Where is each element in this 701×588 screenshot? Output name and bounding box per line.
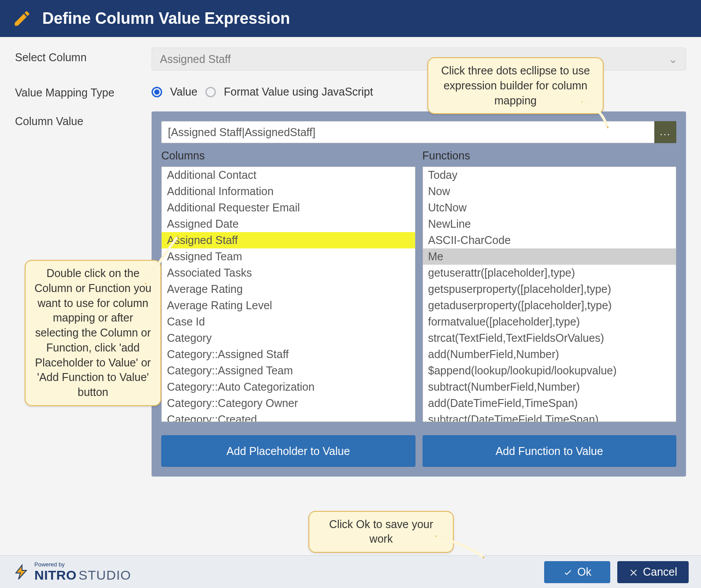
svg-marker-0	[16, 565, 26, 579]
list-item[interactable]: Category::Assigned Team	[162, 362, 415, 379]
select-column-dropdown[interactable]: Assigned Staff ⌄	[152, 48, 686, 70]
label-mapping-type: Value Mapping Type	[15, 83, 152, 99]
radio-value[interactable]	[152, 87, 162, 97]
list-item[interactable]: Associated Tasks	[162, 265, 415, 281]
callout-ok: Click Ok to save your work	[308, 511, 454, 553]
functions-listbox[interactable]: TodayNowUtcNowNewLineASCII-CharCodeMeget…	[423, 166, 677, 422]
list-item[interactable]: Today	[423, 167, 676, 183]
brand-studio: STUDIO	[78, 568, 131, 582]
list-item[interactable]: formatvalue([placeholder],type)	[423, 314, 676, 330]
pencil-icon	[11, 8, 33, 29]
list-item[interactable]: Assigned Staff	[162, 232, 415, 248]
columns-title: Columns	[161, 149, 415, 162]
powered-by-label: Powered by	[34, 561, 131, 568]
dialog-header: Define Column Value Expression	[0, 0, 701, 37]
ellipsis-button[interactable]: ...	[654, 121, 676, 143]
cancel-button[interactable]: Cancel	[617, 561, 689, 583]
expression-builder: [Assigned Staff|AssignedStaff] ... Colum…	[152, 111, 686, 477]
list-item[interactable]: Category::Auto Categorization	[162, 379, 415, 395]
ok-button[interactable]: Ok	[544, 561, 610, 583]
list-item[interactable]: Additional Requester Email	[162, 200, 415, 216]
list-item[interactable]: Category::Assigned Staff	[162, 346, 415, 362]
label-column-value: Column Value	[15, 111, 152, 128]
list-item[interactable]: add(NumberField,Number)	[423, 346, 676, 362]
radio-group-mapping: Value Format Value using JavaScript	[152, 83, 686, 98]
list-item[interactable]: getaduserproperty([placeholder],type)	[423, 297, 676, 314]
close-icon	[629, 567, 638, 577]
list-item[interactable]: Category::Created	[162, 411, 415, 422]
list-item[interactable]: Case Id	[162, 314, 415, 330]
check-icon	[563, 567, 573, 577]
add-placeholder-button[interactable]: Add Placeholder to Value	[161, 435, 415, 467]
list-item[interactable]: ASCII-CharCode	[423, 232, 676, 248]
dialog-footer: Powered by NITRO STUDIO Ok Cancel	[0, 555, 701, 588]
list-item[interactable]: Me	[423, 248, 676, 265]
list-item[interactable]: add(DateTimeField,TimeSpan)	[423, 395, 676, 411]
list-item[interactable]: Assigned Team	[162, 248, 415, 265]
list-item[interactable]: Assigned Date	[162, 216, 415, 232]
list-item[interactable]: strcat(TextField,TextFieldsOrValues)	[423, 330, 676, 346]
radio-js-label: Format Value using JavaScript	[224, 85, 373, 98]
nitro-icon	[12, 563, 30, 581]
brand-nitro: NITRO	[34, 568, 77, 582]
cancel-label: Cancel	[643, 566, 677, 578]
list-item[interactable]: subtract(NumberField,Number)	[423, 379, 676, 395]
add-function-button[interactable]: Add Function to Value	[423, 435, 677, 467]
functions-panel: Functions TodayNowUtcNowNewLineASCII-Cha…	[423, 149, 677, 422]
columns-listbox[interactable]: Additional ContactAdditional Information…	[161, 166, 415, 422]
columns-panel: Columns Additional ContactAdditional Inf…	[161, 149, 415, 422]
list-item[interactable]: getspuserproperty([placeholder],type)	[423, 281, 676, 297]
radio-js[interactable]	[205, 87, 216, 97]
list-item[interactable]: UtcNow	[423, 200, 676, 216]
ok-label: Ok	[577, 566, 591, 578]
list-item[interactable]: $append(lookup/lookupid/lookupvalue)	[423, 362, 676, 379]
list-item[interactable]: Now	[423, 183, 676, 200]
radio-value-label: Value	[170, 85, 197, 98]
callout-ellipsis: Click three dots ecllipse to use express…	[427, 57, 604, 114]
list-item[interactable]: getuserattr([placeholder],type)	[423, 265, 676, 281]
list-item[interactable]: Additional Contact	[162, 167, 415, 183]
list-item[interactable]: Category	[162, 330, 415, 346]
list-item[interactable]: Average Rating Level	[162, 297, 415, 314]
callout-doubleclick: Double click on the Column or Function y…	[25, 260, 161, 406]
dialog-title: Define Column Value Expression	[42, 9, 290, 28]
list-item[interactable]: Additional Information	[162, 183, 415, 200]
list-item[interactable]: Average Rating	[162, 281, 415, 297]
brand-logo: Powered by NITRO STUDIO	[12, 561, 131, 583]
list-item[interactable]: NewLine	[423, 216, 676, 232]
list-item[interactable]: Category::Category Owner	[162, 395, 415, 411]
functions-title: Functions	[423, 149, 677, 162]
list-item[interactable]: subtract(DateTimeField,TimeSpan)	[423, 411, 676, 422]
chevron-down-icon: ⌄	[668, 53, 678, 66]
label-select-column: Select Column	[15, 48, 152, 64]
select-column-value: Assigned Staff	[160, 53, 231, 66]
